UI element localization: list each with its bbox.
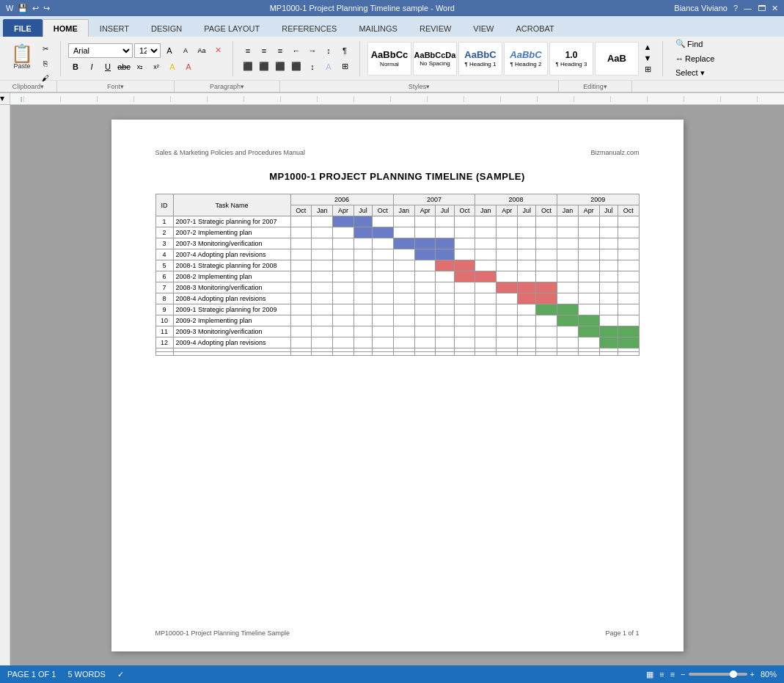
col-2008-jul: Jul <box>518 205 536 216</box>
minimize-btn[interactable]: — <box>744 4 752 12</box>
tab-file[interactable]: FILE <box>3 19 43 37</box>
show-marks-button[interactable]: ¶ <box>337 43 352 58</box>
side-ruler <box>0 105 10 666</box>
table-row: 4 2007-4 Adopting plan revisions <box>155 249 639 260</box>
tab-review[interactable]: REVIEW <box>409 19 462 37</box>
replace-button[interactable]: ↔ Replace <box>670 52 729 65</box>
zoom-out-icon[interactable]: − <box>681 670 685 679</box>
style-heading3[interactable]: 1.0 ¶ Heading 3 <box>549 42 593 76</box>
tab-mailings[interactable]: MAILINGS <box>348 19 409 37</box>
line-spacing-button[interactable]: ↕ <box>305 59 320 74</box>
tab-view[interactable]: VIEW <box>462 19 505 37</box>
tab-home[interactable]: HOME <box>43 19 89 37</box>
view-print-icon[interactable]: ▦ <box>646 670 653 679</box>
header-left: Sales & Marketing Policies and Procedure… <box>155 149 306 156</box>
find-label: Find <box>687 40 703 48</box>
paste-button[interactable]: 📋 Paste <box>7 40 37 75</box>
copy-button[interactable]: ⎘ <box>38 57 53 70</box>
tab-design[interactable]: DESIGN <box>140 19 193 37</box>
subscript-button[interactable]: x₂ <box>133 59 147 74</box>
italic-button[interactable]: I <box>84 59 99 74</box>
bullets-button[interactable]: ≡ <box>241 43 255 58</box>
change-case-button[interactable]: Aa <box>194 43 209 58</box>
shrink-font-button[interactable]: A <box>178 43 193 58</box>
zoom-control[interactable]: − + <box>681 670 755 679</box>
task-name-header: Task Name <box>173 194 290 216</box>
proofing-icon[interactable]: ✓ <box>117 670 124 679</box>
tab-acrobat[interactable]: ACROBAT <box>505 19 565 37</box>
borders-button[interactable]: ⊞ <box>337 59 352 74</box>
multilevel-list-button[interactable]: ≡ <box>273 43 287 58</box>
zoom-slider[interactable] <box>689 673 747 676</box>
font-color-button[interactable]: A <box>181 59 196 74</box>
select-button[interactable]: Select ▾ <box>670 67 729 80</box>
grow-font-button[interactable]: A <box>162 43 177 58</box>
section-labels: Clipboard ▾ Font ▾ Paragraph ▾ Styles ▾ … <box>0 81 784 92</box>
highlight-button[interactable]: A <box>165 59 180 74</box>
col-2006-oct2: Oct <box>373 205 394 216</box>
save-icon[interactable]: 💾 <box>18 4 28 13</box>
editing-section-label: Editing ▾ <box>559 81 632 92</box>
align-center-button[interactable]: ⬛ <box>257 59 271 74</box>
zoom-in-icon[interactable]: + <box>750 670 755 679</box>
styles-scroll-up[interactable]: ▲ <box>640 42 655 53</box>
zoom-thumb[interactable] <box>730 671 737 678</box>
style-no-spacing[interactable]: AaBbCcDa No Spacing <box>413 42 457 76</box>
tab-references[interactable]: REFERENCES <box>271 19 348 37</box>
col-2007-jan-pre: Jan <box>312 205 333 216</box>
undo-icon[interactable]: ↩ <box>32 4 39 13</box>
tab-insert[interactable]: INSERT <box>89 19 140 37</box>
shading-button[interactable]: A <box>321 59 336 74</box>
decrease-indent-button[interactable]: ← <box>289 43 304 58</box>
page-count: PAGE 1 OF 1 <box>7 670 56 679</box>
table-row: 12 2009-4 Adopting plan revisions <box>155 337 639 348</box>
maximize-btn[interactable]: 🗖 <box>758 4 766 12</box>
justify-button[interactable]: ⬛ <box>289 59 304 74</box>
zoom-percent: 80% <box>761 670 777 679</box>
bold-button[interactable]: B <box>68 59 83 74</box>
numbered-list-button[interactable]: ≡ <box>257 43 271 58</box>
font-name-select[interactable]: Arial <box>68 43 133 58</box>
table-row: 5 2008-1 Strategic planning for 2008 <box>155 260 639 271</box>
styles-expand[interactable]: ⊞ <box>640 64 655 75</box>
close-btn[interactable]: ✕ <box>772 4 778 13</box>
style-normal[interactable]: AaBbCc Normal <box>367 42 411 76</box>
style-heading1[interactable]: AaBbC ¶ Heading 1 <box>458 42 502 76</box>
font-size-select[interactable]: 12 <box>134 43 161 58</box>
cut-button[interactable]: ✂ <box>38 43 53 56</box>
col-2008-jan: Jan <box>475 205 497 216</box>
col-2009-oct: Oct <box>618 205 639 216</box>
tab-page-layout[interactable]: PAGE LAYOUT <box>193 19 271 37</box>
increase-indent-button[interactable]: → <box>305 43 320 58</box>
align-left-button[interactable]: ⬛ <box>241 59 255 74</box>
clear-format-button[interactable]: ✕ <box>210 43 225 58</box>
style-heading2[interactable]: AaBbC ¶ Heading 2 <box>504 42 548 76</box>
year-2007: 2007 <box>393 194 475 205</box>
underline-button[interactable]: U <box>100 59 115 74</box>
paste-icon: 📋 <box>11 45 33 62</box>
paste-label: Paste <box>13 62 30 70</box>
col-2008-apr: Apr <box>497 205 518 216</box>
style-more[interactable]: AaB <box>595 42 639 76</box>
tab-bar: FILE HOME INSERT DESIGN PAGE LAYOUT REFE… <box>0 16 784 37</box>
superscript-button[interactable]: x² <box>149 59 164 74</box>
view-read-icon[interactable]: ≡ <box>670 670 675 679</box>
styles-scroll-down[interactable]: ▼ <box>640 53 655 64</box>
year-2009: 2009 <box>557 194 639 205</box>
col-2009-jan: Jan <box>557 205 578 216</box>
col-2007-oct: Oct <box>454 205 475 216</box>
redo-icon[interactable]: ↪ <box>43 4 50 13</box>
document-title: MP1000-1 PROJECT PLANNING TIMELINE (SAMP… <box>155 171 640 182</box>
year-2006: 2006 <box>290 194 393 205</box>
strikethrough-button[interactable]: abc <box>117 59 131 74</box>
sort-button[interactable]: ↕ <box>321 43 336 58</box>
title-bar-right: Bianca Viviano ? — 🗖 ✕ <box>674 4 778 13</box>
view-web-icon[interactable]: ≡ <box>659 670 664 679</box>
help-btn[interactable]: ? <box>733 4 738 12</box>
replace-icon: ↔ <box>675 54 684 63</box>
table-row: 6 2008-2 Implementing plan <box>155 271 639 282</box>
find-button[interactable]: 🔍 Find <box>670 37 729 51</box>
document-area[interactable]: Sales & Marketing Policies and Procedure… <box>10 105 784 666</box>
col-2007-jan: Jan <box>393 205 414 216</box>
align-right-button[interactable]: ⬛ <box>273 59 287 74</box>
